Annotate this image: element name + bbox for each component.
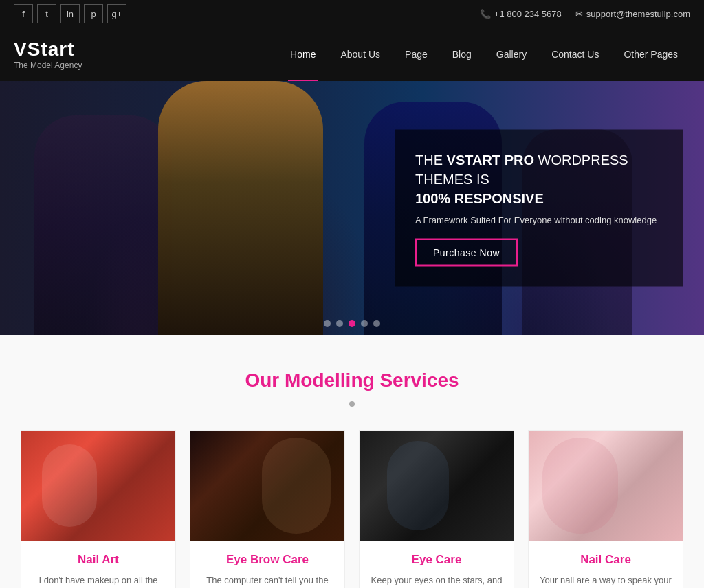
google-plus-icon[interactable]: g+: [107, 4, 126, 23]
nav-blog[interactable]: Blog: [440, 27, 484, 81]
purchase-now-button[interactable]: Purchase Now: [415, 239, 518, 267]
slider-dot-3[interactable]: [349, 320, 355, 327]
card-desc-eyebrow-care: The computer can't tell you the emotiona…: [201, 574, 333, 588]
logo: VStart The Model Agency: [14, 38, 82, 70]
hero-heading: THE VSTART PRO WORDPRESS THEMES IS 100% …: [415, 150, 663, 208]
phone-contact: 📞 +1 800 234 5678: [480, 9, 562, 19]
card-body-eyebrow-care: Eye Brow Care The computer can't tell yo…: [190, 541, 344, 588]
nav-home[interactable]: Home: [278, 27, 328, 81]
section-divider-dot: [349, 401, 355, 407]
email-icon: ✉: [575, 9, 583, 19]
social-icons-group: f t in p g+: [14, 4, 126, 23]
pinterest-icon[interactable]: p: [84, 4, 103, 23]
card-nail-art: Nail Art I don't have makeup on all the …: [21, 430, 176, 588]
section-divider: [21, 397, 683, 409]
linkedin-icon[interactable]: in: [60, 4, 80, 23]
section-title: Our Modelling Services: [21, 370, 683, 392]
model-figure-2: [158, 81, 323, 335]
card-title-eye-care: Eye Care: [371, 553, 503, 567]
contact-info: 📞 +1 800 234 5678 ✉ support@themestulip.…: [480, 9, 690, 19]
email-address: support@themestulip.com: [586, 9, 690, 19]
logo-title[interactable]: VStart: [14, 38, 82, 60]
slider-dot-2[interactable]: [336, 320, 343, 327]
card-title-nail-care: Nail Care: [540, 553, 672, 567]
phone-number: +1 800 234 5678: [494, 9, 562, 19]
hero-subtext: A Framework Suited For Everyone without …: [415, 215, 663, 225]
phone-icon: 📞: [480, 9, 491, 19]
card-eyebrow-care: Eye Brow Care The computer can't tell yo…: [190, 430, 345, 588]
hero-section: THE VSTART PRO WORDPRESS THEMES IS 100% …: [0, 81, 704, 335]
slider-dots: [324, 320, 380, 327]
model-figure-1: [34, 115, 172, 335]
top-bar: f t in p g+ 📞 +1 800 234 5678 ✉ support@…: [0, 0, 704, 27]
slider-dot-5[interactable]: [373, 320, 380, 327]
section-title-colored: Services: [380, 370, 459, 391]
facebook-icon[interactable]: f: [14, 4, 33, 23]
card-desc-nail-care: Your nail are a way to speak your style …: [540, 574, 672, 588]
section-title-plain: Our Modelling: [245, 370, 380, 391]
card-body-eye-care: Eye Care Keep your eyes on the stars, an…: [360, 541, 514, 588]
card-image-nail-care: [529, 431, 683, 541]
services-section: Our Modelling Services Nail Art I don't …: [0, 335, 704, 588]
nav-contact-us[interactable]: Contact Us: [539, 27, 611, 81]
card-image-nail-art: [21, 431, 175, 541]
card-desc-nail-art: I don't have makeup on all the time, but…: [32, 574, 164, 588]
card-image-eye-care: [360, 431, 514, 541]
slider-dot-1[interactable]: [324, 320, 331, 327]
email-contact: ✉ support@themestulip.com: [575, 9, 690, 19]
hero-text-box: THE VSTART PRO WORDPRESS THEMES IS 100% …: [395, 130, 683, 287]
services-cards-grid: Nail Art I don't have makeup on all the …: [21, 430, 683, 588]
main-nav: Home About Us Page Blog Gallery Contact …: [109, 27, 690, 81]
nav-other-pages[interactable]: Other Pages: [611, 27, 690, 81]
slider-dot-4[interactable]: [361, 320, 368, 327]
logo-subtitle: The Model Agency: [14, 60, 82, 70]
header: VStart The Model Agency Home About Us Pa…: [0, 27, 704, 81]
card-body-nail-care: Nail Care Your nail are a way to speak y…: [529, 541, 683, 588]
card-title-eyebrow-care: Eye Brow Care: [201, 553, 333, 567]
card-desc-eye-care: Keep your eyes on the stars, and your fe…: [371, 574, 503, 588]
nav-page[interactable]: Page: [393, 27, 440, 81]
card-image-eyebrow-care: [190, 431, 344, 541]
card-title-nail-art: Nail Art: [32, 553, 164, 567]
card-body-nail-art: Nail Art I don't have makeup on all the …: [21, 541, 175, 588]
card-nail-care: Nail Care Your nail are a way to speak y…: [528, 430, 683, 588]
nav-gallery[interactable]: Gallery: [484, 27, 539, 81]
twitter-icon[interactable]: t: [37, 4, 56, 23]
card-eye-care: Eye Care Keep your eyes on the stars, an…: [359, 430, 514, 588]
nav-about-us[interactable]: About Us: [328, 27, 393, 81]
